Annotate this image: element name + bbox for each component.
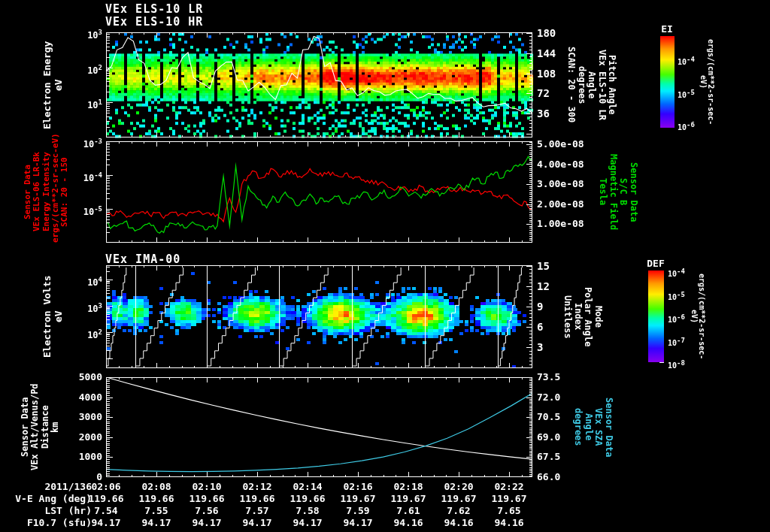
footer-row-label: LST (hr) (0, 505, 92, 516)
p2-right-axis-label-line: Sensor Data (628, 141, 638, 243)
p4-right-tick: 72.0 (537, 391, 582, 404)
p4-right-tick: 67.5 (537, 451, 582, 463)
footer-ve-ang: 119.67 (383, 493, 433, 504)
p1-right-axis-label-line: Pitch Angle (607, 32, 617, 138)
footer-ve-ang: 119.67 (333, 493, 383, 504)
p4-left-tick: 1000 (60, 451, 102, 463)
p4-left-axis-label: Sensor DataVEx Alt/Venus/PdDistancekm (20, 377, 61, 477)
colorbar-def-tick: 10-8 (668, 357, 695, 369)
p3-right-tick: 12 (537, 280, 582, 292)
p3-right-axis-label-line: Mode (593, 265, 602, 368)
colorbar-ei (660, 36, 675, 128)
colorbar-ei-unit: ergs/(cm**2-sr-sec-eV) (699, 35, 714, 129)
p4-right-tick: 70.5 (537, 411, 582, 423)
colorbar-ei-tick: 10-4 (678, 53, 705, 65)
p3-left-axis-label-line: eV (53, 265, 65, 368)
p1-left-axis-label: Electron EnergyeV (42, 32, 64, 138)
p4-left-tick: 5000 (60, 371, 102, 383)
footer-ve-ang: 119.66 (182, 493, 232, 504)
footer-f107: 94.17 (333, 517, 383, 528)
footer-ve-ang: 119.66 (132, 493, 181, 504)
p3-right-axis-label-line: Polar Angle (583, 265, 593, 368)
footer-lst: 7.58 (283, 505, 332, 516)
p4-right-tick: 66.0 (537, 471, 582, 483)
colorbar-def-tick: 10-4 (668, 265, 695, 277)
p1-right-tick: 72 (537, 87, 582, 99)
footer-ve-ang: 119.66 (283, 493, 332, 504)
p3-left-tick: 104 (65, 274, 102, 286)
p3-right-tick: 9 (537, 301, 582, 313)
p3-left-axis-label: Electron VoltseV (42, 265, 64, 368)
p4-right-axis-label-line: Sensor Data (603, 377, 613, 477)
footer-row-label: F10.7 (sfu) (0, 517, 92, 528)
title-els-hr: VEx ELS-10 HR (105, 15, 203, 29)
p3-left-tick: 103 (65, 300, 102, 312)
footer-time: 02:20 (434, 481, 484, 492)
footer-time: 02:06 (81, 481, 131, 492)
colorbar-ei-tick: 10-6 (678, 119, 705, 131)
p2-left-tick: 10-3 (65, 135, 102, 147)
footer-lst: 7.59 (333, 505, 383, 516)
footer-ve-ang: 119.66 (232, 493, 282, 504)
footer-lst: 7.62 (434, 505, 484, 516)
p2-left-axis-label-line: SCAN: 20 - 150 (60, 141, 69, 243)
p1-left-axis-label-line: Electron Energy (42, 32, 53, 138)
p1-right-tick: 180 (537, 27, 582, 39)
footer-time: 02:10 (182, 481, 232, 492)
footer-lst: 7.55 (132, 505, 181, 516)
p1-right-axis-label-line: Angle (587, 32, 596, 138)
p2-left-axis-label: Sensor DataVEx ELS-06 LR-BkEnergy Intens… (23, 141, 70, 243)
p2-right-axis-label-line: Tesla (598, 141, 608, 243)
footer-time: 02:14 (283, 481, 332, 492)
footer-ve-ang: 119.67 (434, 493, 484, 504)
p2-left-tick: 10-5 (65, 203, 102, 215)
p2-right-axis-label-line: S/C B (618, 141, 628, 243)
footer-time: 02:18 (383, 481, 433, 492)
footer-time: 02:16 (333, 481, 383, 492)
colorbar-def-tick: 10-6 (668, 311, 695, 323)
p4-left-axis-label-line: km (50, 377, 60, 477)
p1-right-tick: 36 (537, 107, 582, 119)
p1-right-tick: 144 (537, 47, 582, 59)
p1-left-tick: 102 (65, 62, 102, 74)
p2-right-tick: 1.00e-08 (537, 218, 597, 230)
p3-left-axis-label-line: Electron Volts (42, 265, 53, 368)
p2-left-axis-label-line: ergs/(cm**2-sr-sec-eV) (51, 141, 60, 243)
p4-right-axis-label-line: VEx SZA (593, 377, 603, 477)
colorbar-def (648, 271, 664, 362)
p4-left-axis-label-line: Sensor Data (20, 377, 30, 477)
footer-lst: 7.57 (232, 505, 282, 516)
p4-left-tick: 3000 (60, 411, 102, 423)
p2-right-tick: 3.00e-08 (537, 178, 597, 190)
p2-right-tick: 5.00e-08 (537, 138, 597, 150)
plot-page: VEx ELS-10 LR VEx ELS-10 HR VEx IMA-00 E… (0, 0, 770, 532)
p3-right-tick: 15 (537, 260, 582, 272)
footer-f107: 94.16 (434, 517, 484, 528)
footer-time: 02:12 (232, 481, 282, 492)
colorbar-ei-title: EI (644, 23, 690, 35)
footer-lst: 7.56 (182, 505, 232, 516)
p2-right-axis-label: Sensor DataS/C BMagnetic FieldTesla (598, 141, 638, 243)
p1-right-axis-label-line: VEx ELS-10 LR (596, 32, 606, 138)
p3-right-tick: 3 (537, 341, 582, 353)
colorbar-def-tick: 10-7 (668, 334, 695, 346)
footer-f107: 94.16 (383, 517, 433, 528)
colorbar-ei-tick: 10-5 (678, 86, 705, 98)
p2-left-tick: 10-4 (65, 169, 102, 181)
p1-left-tick: 103 (65, 26, 102, 38)
p4-left-axis-label-line: Distance (41, 377, 50, 477)
title-ima: VEx IMA-00 (105, 252, 180, 266)
title-els-lr: VEx ELS-10 LR (105, 2, 203, 16)
p2-right-tick: 4.00e-08 (537, 159, 597, 171)
footer-f107: 94.17 (232, 517, 282, 528)
p2-right-tick: 2.00e-08 (537, 198, 597, 210)
p4-right-tick: 69.0 (537, 431, 582, 443)
p3-right-tick: 6 (537, 321, 582, 333)
footer-f107: 94.17 (182, 517, 232, 528)
p4-left-tick: 2000 (60, 431, 102, 443)
footer-f107: 94.17 (132, 517, 181, 528)
footer-f107: 94.17 (283, 517, 332, 528)
colorbar-def-tick: 10-5 (668, 289, 695, 301)
footer-time: 02:08 (132, 481, 181, 492)
footer-ve-ang: 119.67 (484, 493, 534, 504)
